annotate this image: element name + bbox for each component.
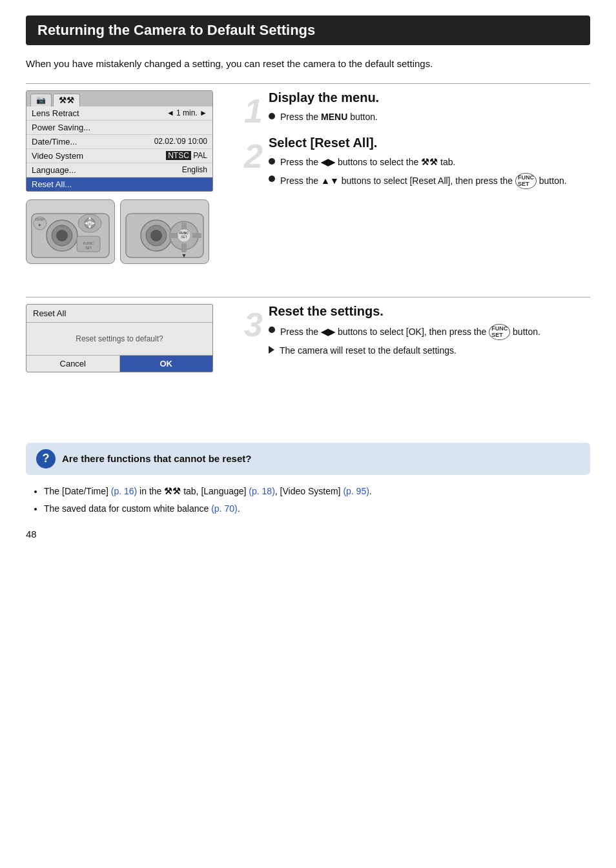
menu-items-list: Lens Retract ◄ 1 min. ► Power Saving... … [26, 106, 212, 191]
faq-icon: ? [36, 449, 56, 469]
menu-label-power-saving: Power Saving... [32, 123, 90, 132]
step-1-content: Display the menu. Press the MENU button. [244, 90, 590, 124]
svg-text:FUNC: FUNC [83, 241, 94, 245]
step-3-content: Reset the settings. Press the ◀▶ buttons… [244, 304, 590, 358]
lr-arrows-2: ◀▶ [321, 326, 335, 336]
steps-3-left: Reset All Reset settings to default? Can… [26, 298, 232, 432]
faq-heading: Are there functions that cannot be reset… [62, 453, 251, 464]
camera-right-svg: FUNC SET ▼ [123, 201, 207, 262]
faq-link-language[interactable]: (p. 18) [249, 486, 274, 496]
step-2-block: 2 Select [Reset All]. Press the ◀▶ butto… [244, 136, 590, 190]
faq-link-video-system[interactable]: (p. 95) [343, 486, 369, 496]
menu-label-reset-all: Reset All... [32, 179, 72, 189]
step-3-bullet-1: Press the ◀▶ buttons to select [OK], the… [269, 324, 590, 341]
svg-text:▼: ▼ [181, 252, 187, 259]
menu-row-lens-retract: Lens Retract ◄ 1 min. ► [26, 106, 212, 121]
bullet-circle-icon [269, 113, 275, 119]
tool-tab-icon: ⚒⚒ [421, 157, 438, 167]
settings-icon: ⚒⚒ [59, 96, 74, 105]
camera-diagrams: ▲ ▼ ◄ ► F DISP ▶ FUNC SET [26, 199, 226, 264]
reset-dialog-buttons: Cancel OK [26, 356, 212, 372]
menu-label-datetime: Date/Time... [32, 137, 77, 146]
step-2-bullet-2-text: Press the ▲▼ buttons to select [Reset Al… [280, 173, 567, 190]
svg-text:SET: SET [181, 235, 187, 239]
camera-icon: 📷 [36, 96, 46, 105]
svg-text:▶: ▶ [39, 223, 41, 227]
menu-row-video-system: Video System NTSC PAL [26, 149, 212, 163]
svg-text:FUNC: FUNC [180, 231, 189, 235]
camera-diagram-right: FUNC SET ▼ [120, 199, 209, 264]
step-3-bullet-2-text: The camera will reset to the default set… [280, 344, 457, 358]
bullet-circle-icon-3 [269, 176, 275, 182]
menu-label-lens-retract: Lens Retract [32, 108, 79, 118]
menu-value-datetime: 02.02.'09 10:00 [154, 137, 207, 146]
intro-text: When you have mistakenly changed a setti… [26, 57, 590, 72]
page-title: Returning the Camera to Default Settings [26, 15, 590, 45]
steps-3-right: 3 Reset the settings. Press the ◀▶ butto… [232, 298, 590, 432]
steps-12-row: 📷 ⚒⚒ Lens Retract ◄ 1 min. ► Power Savin… [26, 84, 590, 297]
menu-label-video-system: Video System [32, 151, 83, 161]
faq-bullet-2: The saved data for custom white balance … [44, 501, 590, 516]
step-2-bullet-1: Press the ◀▶ buttons to select the ⚒⚒ ta… [269, 156, 590, 169]
svg-text:DISP: DISP [36, 217, 45, 221]
camera-left-svg: ▲ ▼ ◄ ► F DISP ▶ FUNC SET [28, 201, 112, 262]
menu-value-video-system: NTSC PAL [166, 151, 207, 160]
step-1-bullet-1-text: Press the MENU button. [280, 110, 378, 124]
menu-row-datetime: Date/Time... 02.02.'09 10:00 [26, 135, 212, 149]
camera-diagram-left: ▲ ▼ ◄ ► F DISP ▶ FUNC SET [26, 199, 115, 264]
faq-link-datetime[interactable]: (p. 16) [111, 486, 137, 496]
func-set-button-2: FUNCSET [489, 324, 510, 341]
steps-3-row: Reset All Reset settings to default? Can… [26, 297, 590, 432]
faq-box: ? Are there functions that cannot be res… [26, 443, 590, 475]
reset-dialog: Reset All Reset settings to default? Can… [26, 304, 213, 372]
svg-rect-26 [192, 233, 201, 238]
reset-dialog-ok-btn[interactable]: OK [120, 356, 213, 372]
bullet-circle-icon-2 [269, 158, 275, 165]
faq-tool-icon: ⚒⚒ [164, 486, 181, 496]
step-3-bullet-2: The camera will reset to the default set… [269, 344, 590, 358]
ntsc-badge: NTSC [166, 151, 191, 160]
svg-point-3 [56, 230, 68, 241]
menu-row-reset-all: Reset All... [26, 177, 212, 191]
step-1-bullet-1: Press the MENU button. [269, 110, 590, 124]
menu-screenshot: 📷 ⚒⚒ Lens Retract ◄ 1 min. ► Power Savin… [26, 90, 213, 192]
triangle-bullet-icon [269, 346, 274, 354]
page-number: 48 [26, 529, 590, 540]
step-2-bullet-1-text: Press the ◀▶ buttons to select the ⚒⚒ ta… [280, 156, 455, 169]
menu-tab-settings: ⚒⚒ [53, 94, 80, 106]
func-set-button: FUNCSET [515, 173, 537, 190]
step-2-heading: Select [Reset All]. [269, 136, 590, 150]
svg-rect-24 [181, 243, 187, 252]
faq-link-white-balance[interactable]: (p. 70) [211, 503, 237, 514]
reset-dialog-cancel-btn[interactable]: Cancel [26, 356, 120, 372]
step-3-heading: Reset the settings. [269, 304, 590, 319]
step-2-bullet-2: Press the ▲▼ buttons to select [Reset Al… [269, 173, 590, 190]
svg-point-21 [150, 230, 162, 241]
bullet-circle-icon-4 [269, 327, 275, 333]
menu-value-lens-retract: ◄ 1 min. ► [167, 108, 207, 117]
steps-1-2-right: 1 Display the menu. Press the MENU butto… [232, 84, 590, 297]
step-3-block: 3 Reset the settings. Press the ◀▶ butto… [244, 304, 590, 358]
menu-button-label: MENU [321, 112, 347, 122]
reset-dialog-title: Reset All [26, 305, 212, 323]
faq-bullets-list: The [Date/Time] (p. 16) in the ⚒⚒ tab, [… [26, 484, 590, 516]
menu-tabs: 📷 ⚒⚒ [26, 91, 212, 106]
steps-wrapper: 📷 ⚒⚒ Lens Retract ◄ 1 min. ► Power Savin… [26, 83, 590, 432]
lr-arrows: ◀▶ [321, 157, 335, 167]
faq-bullet-1: The [Date/Time] (p. 16) in the ⚒⚒ tab, [… [44, 484, 590, 498]
menu-tab-camera: 📷 [30, 94, 52, 106]
step-3-bullet-1-text: Press the ◀▶ buttons to select [OK], the… [280, 324, 540, 341]
ud-arrows: ▲▼ [321, 175, 339, 185]
pal-label: PAL [193, 151, 207, 160]
menu-value-language: English [182, 165, 207, 174]
steps-1-2-left: 📷 ⚒⚒ Lens Retract ◄ 1 min. ► Power Savin… [26, 84, 232, 297]
reset-dialog-body: Reset settings to default? [26, 323, 212, 356]
step-2-content: Select [Reset All]. Press the ◀▶ buttons… [244, 136, 590, 190]
step-1-heading: Display the menu. [269, 90, 590, 105]
menu-row-language: Language... English [26, 163, 212, 177]
svg-text:▲: ▲ [88, 216, 92, 220]
step-1-block: 1 Display the menu. Press the MENU butto… [244, 90, 590, 124]
menu-label-language: Language... [32, 165, 76, 175]
menu-row-power-saving: Power Saving... [26, 121, 212, 135]
svg-text:SET: SET [85, 246, 92, 250]
